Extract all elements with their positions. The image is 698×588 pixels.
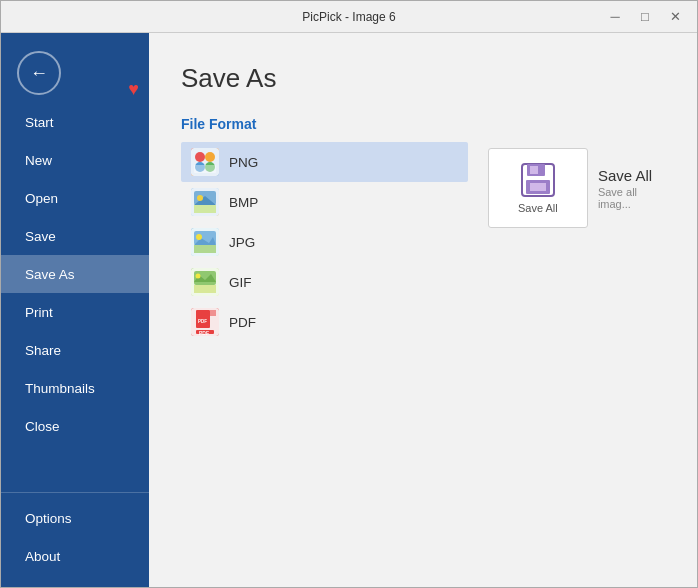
sidebar-item-label: Open [25,191,58,206]
save-all-button[interactable]: Save All [488,148,588,228]
sidebar-item-label: Thumbnails [25,381,95,396]
svg-point-1 [195,152,205,162]
sidebar-item-about[interactable]: About [1,537,149,575]
heart-icon: ♥ [128,79,139,100]
sidebar-item-new[interactable]: New [1,141,149,179]
back-button[interactable]: ← [17,51,61,95]
svg-rect-29 [530,166,538,174]
format-label: GIF [229,275,252,290]
sidebar-item-options[interactable]: Options [1,499,149,537]
sidebar-nav: Start New Open Save Save As Print [1,103,149,486]
svg-point-18 [196,274,201,279]
maximize-button[interactable]: □ [631,3,659,31]
sidebar-item-label: Options [25,511,72,526]
floppy-disk-icon [520,162,556,198]
format-item-bmp[interactable]: BMP [181,182,468,222]
pdf-icon: PDF PDF [191,308,219,336]
svg-text:PDF: PDF [198,319,207,324]
save-all-card-label: Save All [518,202,558,214]
format-item-pdf[interactable]: PDF PDF PDF [181,302,468,342]
save-all-group: Save All Save All Save all imag... [488,148,665,228]
sidebar-item-close[interactable]: Close [1,407,149,445]
format-label: JPG [229,235,255,250]
format-item-gif[interactable]: GIF [181,262,468,302]
sidebar-item-label: Save As [25,267,75,282]
sidebar-item-open[interactable]: Open [1,179,149,217]
section-title: File Format [181,116,665,132]
svg-point-2 [205,152,215,162]
sidebar-divider [1,492,149,493]
save-all-info: Save All Save all imag... [588,167,665,210]
window-title: PicPick - Image 6 [302,10,395,24]
close-button[interactable]: ✕ [661,3,689,31]
jpg-icon [191,228,219,256]
format-item-png[interactable]: PNG [181,142,468,182]
sidebar-item-label: About [25,549,60,564]
save-all-description: Save all imag... [598,186,665,210]
svg-point-13 [196,234,202,240]
sidebar-item-save[interactable]: Save [1,217,149,255]
svg-point-3 [195,162,205,172]
format-label: BMP [229,195,258,210]
svg-point-8 [197,195,203,201]
sidebar-item-save-as[interactable]: Save As [1,255,149,293]
format-list: PNG BMP [181,142,468,342]
svg-rect-19 [194,285,216,293]
save-all-title: Save All [598,167,665,184]
svg-rect-31 [530,183,546,191]
window-controls: ─ □ ✕ [601,3,689,31]
sidebar-item-label: Save [25,229,56,244]
svg-rect-9 [194,205,216,213]
sidebar-item-label: New [25,153,52,168]
format-label: PNG [229,155,258,170]
format-label: PDF [229,315,256,330]
svg-rect-14 [194,245,216,253]
sidebar-bottom: Options About [1,486,149,587]
page-title: Save As [181,63,665,94]
sidebar-item-label: Share [25,343,61,358]
sidebar-item-label: Close [25,419,60,434]
bmp-icon [191,188,219,216]
svg-text:PDF: PDF [199,330,209,336]
format-item-jpg[interactable]: JPG [181,222,468,262]
save-all-area: Save All Save All Save all imag... [488,142,665,228]
sidebar-item-share[interactable]: Share [1,331,149,369]
sidebar-item-start[interactable]: Start [1,103,149,141]
gif-icon [191,268,219,296]
titlebar: PicPick - Image 6 ─ □ ✕ [1,1,697,33]
sidebar-item-label: Start [25,115,54,130]
svg-rect-23 [210,310,216,316]
svg-point-4 [205,162,215,172]
sidebar-item-thumbnails[interactable]: Thumbnails [1,369,149,407]
app-content: ← Start New Open Save Save As Pri [1,33,697,587]
minimize-button[interactable]: ─ [601,3,629,31]
svg-rect-0 [191,148,219,176]
sidebar: ← Start New Open Save Save As Pri [1,33,149,587]
main-content: Save As File Format [149,33,697,587]
sidebar-item-label: Print [25,305,53,320]
format-area: PNG BMP [181,142,665,342]
sidebar-item-print[interactable]: Print [1,293,149,331]
png-icon [191,148,219,176]
app-window: PicPick - Image 6 ─ □ ✕ ← Start New Open [0,0,698,588]
